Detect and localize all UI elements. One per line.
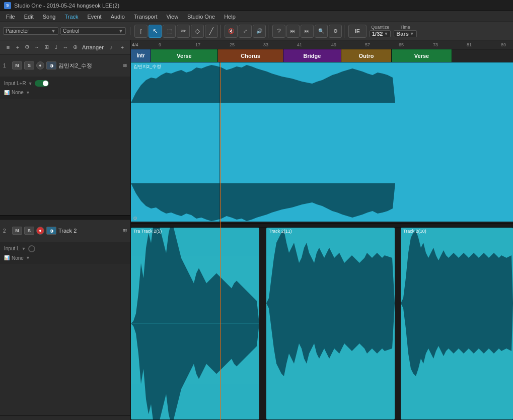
loop-start-btn[interactable]: ⏭	[286, 25, 300, 38]
volume-tool[interactable]: 🔊	[253, 25, 266, 38]
ruler-marker-25: 25	[230, 42, 235, 47]
range-tool[interactable]: ⬚	[163, 25, 176, 38]
tool-group: [ ↖ ⬚ ✏ ◇ ╱	[132, 25, 221, 38]
clip-settings-icon[interactable]: ⚙	[133, 216, 137, 221]
ruler-marker-49: 49	[331, 42, 336, 47]
menu-transport[interactable]: Transport	[130, 13, 162, 21]
track-2-mute[interactable]: M	[12, 227, 22, 235]
track-2-clip-2-label: Track 2(11)	[267, 228, 294, 234]
track-2-num: 2	[3, 228, 10, 234]
track-2-solo[interactable]: S	[24, 227, 34, 235]
menu-track[interactable]: Track	[60, 13, 82, 21]
menu-file[interactable]: File	[2, 13, 19, 21]
sections-bar: Intr Verse Chorus Bridge Outro Verse	[131, 49, 513, 62]
track-2-clip-1[interactable]: Tra Track 2(5)	[131, 228, 259, 419]
menu-bar: File Edit Song Track Event Audio Transpo…	[0, 11, 513, 22]
track-2-waveform-3	[401, 228, 513, 419]
quantize-group: Quantize 1/32 ▼	[370, 25, 391, 37]
track-2-sub: Input L ▼ 📊 None ▼	[0, 242, 130, 264]
grid-icon[interactable]: ≡	[4, 43, 12, 51]
tracks-content: 김민지2_수정	[131, 62, 513, 420]
control-dropdown[interactable]: Control ▼	[60, 27, 126, 35]
track-1-content[interactable]: 김민지2_수정	[131, 62, 513, 224]
track-2-mon[interactable]: ◑	[46, 227, 56, 235]
section-verse[interactable]: Verse	[151, 49, 218, 62]
track-1-clip-label: 김민지2_수정	[132, 63, 163, 71]
track-1-mute[interactable]: M	[12, 61, 22, 69]
control-label: Control	[63, 28, 118, 34]
section-outro[interactable]: Outro	[341, 49, 392, 62]
note-icon[interactable]: ♪	[107, 43, 115, 51]
toolbar: Parameter ▼ Control ▼ [ ↖ ⬚ ✏ ◇ ╱ 🔇 ⤢ 🔊 …	[0, 22, 513, 40]
track-2-rec[interactable]: ●	[36, 227, 44, 235]
ruler-marker-44: 4/4	[132, 42, 138, 47]
select-tool[interactable]: ↖	[149, 25, 162, 38]
separator-1[interactable]	[131, 224, 513, 228]
add-icon[interactable]: +	[14, 43, 22, 51]
help-btn[interactable]: ?	[272, 25, 285, 38]
ie-btn[interactable]: IE	[348, 25, 367, 38]
quantize-label: Quantize	[371, 25, 389, 30]
pencil-tool[interactable]: ✏	[177, 25, 190, 38]
tool-icon[interactable]: ⚙	[23, 43, 31, 51]
track-1-solo[interactable]: S	[24, 61, 34, 69]
parameter-dropdown[interactable]: Parameter ▼	[3, 27, 58, 35]
track-1-toggle[interactable]	[35, 80, 49, 87]
bracket-tool[interactable]: [	[134, 25, 148, 38]
eraser-tool[interactable]: ◇	[191, 25, 204, 38]
clock-icon[interactable]: ⊕	[71, 43, 79, 51]
menu-edit[interactable]: Edit	[20, 13, 38, 21]
track-2-clip-2[interactable]: Track 2(11)	[266, 228, 395, 419]
ruler-marker-41: 41	[297, 42, 302, 47]
nav-group: ? ⏭ ⏭ 🔍 ⚙	[270, 25, 344, 38]
track-row-1: 1 M S ● ◑ 김민지2_수정 ≋ Input L+R ▼ 📊 None ▼	[0, 54, 130, 216]
track-2-input-label: Input L	[4, 246, 20, 251]
timebar-value: Bars	[396, 31, 408, 37]
section-chorus[interactable]: Chorus	[218, 49, 283, 62]
cut-tool[interactable]: ╱	[205, 25, 218, 38]
menu-studioone[interactable]: Studio One	[183, 13, 219, 21]
track-1-header: 1 M S ● ◑ 김민지2_수정 ≋	[0, 54, 130, 77]
ruler: 4/4 9 17 25 33 41 49 57 65 73 81 89	[131, 40, 513, 49]
ruler-marker-33: 33	[263, 42, 268, 47]
add-track-icon[interactable]: +	[118, 43, 126, 51]
track-1-mon[interactable]: ◑	[46, 61, 56, 69]
section-intro[interactable]: Intr	[131, 49, 151, 62]
menu-song[interactable]: Song	[39, 13, 60, 21]
track-2-clip-3-label: Track 2(10)	[402, 228, 428, 234]
main-area: ≡ + ⚙ ~ ⊞ ♩ ↔ ⊕ Arranger ♪ + 1 M S ● ◑ 김…	[0, 40, 513, 420]
loop-end-btn[interactable]: ⏭	[301, 25, 314, 38]
title-bar: S Studio One - 2019-05-24 hongseok LEE(2…	[0, 0, 513, 11]
cursor-icon[interactable]: ↔	[61, 43, 69, 51]
timebar-group: Time Bars ▼	[394, 25, 416, 37]
zoom-btn[interactable]: 🔍	[315, 25, 328, 38]
menu-audio[interactable]: Audio	[107, 13, 129, 21]
track-1-num: 1	[3, 63, 10, 68]
mute-tool[interactable]: 🔇	[225, 25, 238, 38]
track-2-clip-3[interactable]: Track 2(10)	[401, 228, 513, 419]
audio-tool-group: 🔇 ⤢ 🔊	[223, 25, 268, 38]
track-2-none-label: None	[12, 255, 24, 261]
wave-icon[interactable]: ~	[33, 43, 41, 51]
ruler-marker-89: 89	[501, 42, 506, 47]
timebar-select[interactable]: Bars ▼	[394, 30, 416, 37]
menu-event[interactable]: Event	[84, 13, 106, 21]
settings-btn[interactable]: ⚙	[329, 25, 342, 38]
separator-panel-1[interactable]	[0, 216, 130, 220]
track-2-clip-1-label: Tra Track 2(5)	[132, 228, 163, 234]
quantize-value: 1/32	[372, 31, 383, 37]
track-1-waveform	[131, 62, 513, 222]
section-verse2[interactable]: Verse	[392, 49, 452, 62]
track-2-monitor[interactable]	[28, 245, 35, 252]
track-1-clip[interactable]: 김민지2_수정	[131, 62, 513, 222]
snap-icon[interactable]: ⊞	[42, 43, 50, 51]
quantize-select[interactable]: 1/32 ▼	[370, 30, 391, 37]
metronome-icon[interactable]: ♩	[52, 43, 60, 51]
ruler-marker-17: 17	[195, 42, 200, 47]
bend-tool[interactable]: ⤢	[239, 25, 252, 38]
track-2-content[interactable]: Tra Track 2(5) Track 2(11)	[131, 228, 513, 420]
section-bridge[interactable]: Bridge	[283, 49, 341, 62]
menu-view[interactable]: View	[162, 13, 182, 21]
track-1-rec[interactable]: ●	[36, 61, 44, 69]
menu-help[interactable]: Help	[220, 13, 240, 21]
